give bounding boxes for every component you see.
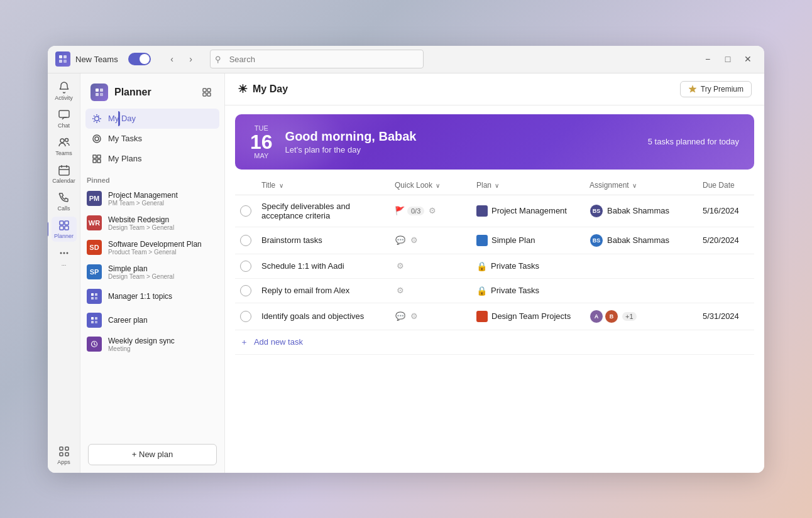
nav-item-my-plans[interactable]: My Plans <box>85 149 219 169</box>
calendar-label: Calendar <box>52 178 75 184</box>
sidebar-nav: My Day My Tasks My Plans <box>80 109 224 169</box>
sdp-sub: Product Team > General <box>108 249 202 256</box>
wds-sub: Meeting <box>108 345 175 352</box>
svg-rect-22 <box>100 93 103 96</box>
svg-point-12 <box>60 252 62 254</box>
svg-point-27 <box>95 116 99 121</box>
planner-icon <box>91 84 108 101</box>
cp-icon <box>87 313 102 328</box>
th-assignment[interactable]: Assignment ∨ <box>584 176 698 195</box>
task-title-r2: Brainstorm tasks <box>261 235 322 245</box>
settings-icon-r1[interactable]: ⚙ <box>427 205 438 217</box>
title-sort-icon: ∨ <box>279 182 283 189</box>
content-area: ☀ My Day Try Premium TUE 16 May Good mor… <box>225 73 764 473</box>
svg-rect-4 <box>59 111 69 117</box>
pm-name: Project Management <box>108 191 178 200</box>
nav-item-my-tasks[interactable]: My Tasks <box>85 129 219 149</box>
settings-icon-r3[interactable]: ⚙ <box>395 261 406 272</box>
sp-icon: SP <box>87 264 102 279</box>
app-logo-icon <box>55 51 70 67</box>
sidebar-item-calls[interactable]: Calls <box>52 189 77 214</box>
plan-name-r4: Private Tasks <box>491 286 539 295</box>
plan-icon-r2 <box>476 235 488 246</box>
task-table-container: Title ∨ Quick Look ∨ Plan ∨ <box>225 176 764 473</box>
svg-rect-32 <box>93 159 96 163</box>
svg-rect-21 <box>96 93 99 96</box>
lock-icon-r3: 🔒 <box>476 261 487 271</box>
assignee-r2: Babak Shammas <box>607 235 669 245</box>
task-checkbox-r2[interactable] <box>240 235 251 246</box>
due-date-r3 <box>698 254 754 278</box>
pinned-item-wds[interactable]: Weekly design sync Meeting <box>80 332 224 357</box>
wr-icon: WR <box>87 215 102 230</box>
svg-rect-35 <box>95 293 97 296</box>
svg-rect-26 <box>207 93 211 96</box>
main-content: Activity Chat Teams Calendar Calls <box>48 73 764 473</box>
pinned-item-wr[interactable]: WR Website Redesign Design Team > Genera… <box>80 211 224 235</box>
sidebar-pinned-section: Pinned PM Project Management PM Team > G… <box>80 169 224 436</box>
new-teams-toggle[interactable] <box>128 53 151 65</box>
close-button[interactable]: ✕ <box>739 50 757 68</box>
new-plan-button[interactable]: + New plan <box>88 444 217 465</box>
sidebar-item-planner[interactable]: Planner <box>52 217 77 242</box>
minimize-button[interactable]: − <box>699 50 716 68</box>
add-task-row[interactable]: ＋ Add new task <box>235 330 754 354</box>
sidebar-item-teams[interactable]: Teams <box>52 134 77 159</box>
th-plan[interactable]: Plan ∨ <box>471 176 584 195</box>
svg-rect-11 <box>65 226 69 230</box>
plan-name-r3: Private Tasks <box>491 261 539 271</box>
task-checkbox-r4[interactable] <box>240 285 251 296</box>
sidebar-item-more[interactable]: ... <box>52 244 77 269</box>
svg-rect-30 <box>93 155 96 158</box>
quick-look-sort-icon: ∨ <box>436 182 440 189</box>
svg-rect-10 <box>60 226 63 230</box>
settings-icon-r2[interactable]: ⚙ <box>409 235 420 246</box>
add-task-label[interactable]: Add new task <box>254 337 303 347</box>
premium-label: Try Premium <box>701 85 743 94</box>
premium-icon <box>688 85 697 94</box>
assignee-cell-r3 <box>584 254 698 278</box>
maximize-button[interactable]: □ <box>719 50 737 68</box>
pinned-item-m11[interactable]: Manager 1:1 topics <box>80 284 224 308</box>
svg-rect-19 <box>96 89 99 92</box>
search-input[interactable] <box>210 50 424 68</box>
task-title-r4: Reply to email from Alex <box>261 286 349 295</box>
nav-item-my-day[interactable]: My Day <box>85 109 219 129</box>
due-date-r5: 5/31/2024 <box>698 303 754 330</box>
sdp-icon: SD <box>87 240 102 255</box>
wds-icon <box>87 337 102 352</box>
task-checkbox-r3[interactable] <box>240 261 251 272</box>
banner-month: May <box>254 152 268 159</box>
svg-rect-31 <box>97 155 101 158</box>
lock-icon-r4: 🔒 <box>476 286 487 296</box>
forward-button[interactable]: › <box>182 50 200 68</box>
pinned-section-label: Pinned <box>80 169 224 186</box>
task-title-r3: Schedule 1:1 with Aadi <box>261 261 344 271</box>
progress-r1: 0/3 <box>407 207 424 215</box>
svg-point-29 <box>95 137 99 141</box>
avatar-r5-2: B <box>605 310 618 323</box>
task-checkbox-r5[interactable] <box>240 311 251 322</box>
sidebar-item-chat[interactable]: Chat <box>52 106 77 131</box>
th-quick-look[interactable]: Quick Look ∨ <box>390 176 471 195</box>
settings-icon-r4[interactable]: ⚙ <box>395 285 406 296</box>
avatar-r2: BS <box>590 234 603 247</box>
nav-buttons: ‹ › <box>163 50 200 68</box>
th-title[interactable]: Title ∨ <box>256 176 390 195</box>
svg-rect-17 <box>60 453 63 456</box>
try-premium-button[interactable]: Try Premium <box>680 81 752 97</box>
svg-rect-3 <box>63 60 67 63</box>
task-checkbox-r1[interactable] <box>240 205 251 217</box>
pinned-item-pm[interactable]: PM Project Management PM Team > General <box>80 186 224 211</box>
back-button[interactable]: ‹ <box>163 50 181 68</box>
sidebar-item-apps[interactable]: Apps <box>52 443 77 468</box>
pinned-item-cp[interactable]: Career plan <box>80 308 224 332</box>
pinned-item-sp[interactable]: SP Simple plan Design Team > General <box>80 260 224 284</box>
teams-label: Teams <box>55 150 72 156</box>
chat-icon-r2: 💬 <box>395 235 406 246</box>
sidebar-expand-button[interactable] <box>199 85 214 100</box>
sidebar-item-calendar[interactable]: Calendar <box>52 161 77 186</box>
settings-icon-r5[interactable]: ⚙ <box>409 311 420 322</box>
pinned-item-sdp[interactable]: SD Software Development Plan Product Tea… <box>80 235 224 260</box>
sidebar-item-activity[interactable]: Activity <box>52 78 77 104</box>
